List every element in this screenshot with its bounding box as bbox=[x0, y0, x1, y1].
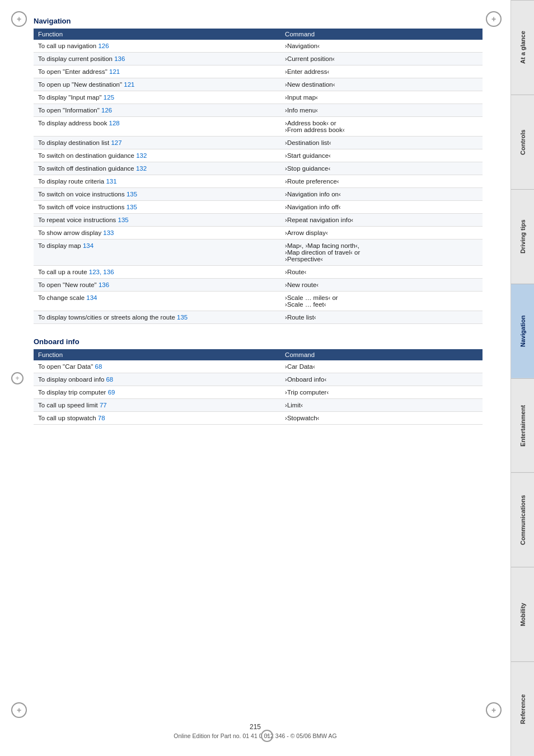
onboard-command-cell: ›Stopwatch‹ bbox=[280, 412, 483, 425]
side-marker-left: + bbox=[11, 372, 24, 384]
page-link[interactable]: 135 bbox=[127, 191, 137, 198]
nav-function-cell: To switch on destination guidance 132 bbox=[34, 149, 280, 162]
page-link[interactable]: 136 bbox=[99, 281, 109, 288]
nav-command-cell: ›Navigation info on‹ bbox=[280, 188, 483, 201]
nav-function-cell: To display "Input map" 125 bbox=[34, 91, 280, 104]
nav-command-cell: ›Info menu‹ bbox=[280, 104, 483, 117]
nav-function-cell: To display address book 128 bbox=[34, 117, 280, 137]
nav-table-row: To display route criteria 131›Route pref… bbox=[34, 175, 483, 188]
navigation-table: Function Command To call up navigation 1… bbox=[34, 29, 483, 324]
page-link[interactable]: 131 bbox=[106, 178, 116, 185]
page-link[interactable]: 127 bbox=[111, 139, 121, 146]
onboard-table-row: To display trip computer 69›Trip compute… bbox=[34, 386, 483, 399]
nav-command-cell: ›Stop guidance‹ bbox=[280, 162, 483, 175]
onboard-section-title: Onboard info bbox=[34, 337, 483, 346]
page-link[interactable]: 123, 136 bbox=[89, 269, 114, 275]
nav-function-cell: To display map 134 bbox=[34, 240, 280, 266]
nav-table-row: To display "Input map" 125›Input map‹ bbox=[34, 91, 483, 104]
navigation-section-title: Navigation bbox=[34, 17, 483, 25]
onboard-col-command: Command bbox=[280, 349, 483, 360]
sidebar-tab-at-a-glance[interactable]: At a glance bbox=[511, 0, 534, 95]
sidebar-tab-navigation[interactable]: Navigation bbox=[511, 284, 534, 378]
page-link[interactable]: 125 bbox=[104, 94, 114, 101]
nav-function-cell: To open "Enter address" 121 bbox=[34, 65, 280, 78]
page-link[interactable]: 136 bbox=[114, 55, 125, 62]
footer: 215 Online Edition for Part no. 01 41 0 … bbox=[0, 723, 510, 739]
onboard-command-cell: ›Trip computer‹ bbox=[280, 386, 483, 399]
nav-function-cell: To display current position 136 bbox=[34, 53, 280, 65]
nav-function-cell: To show arrow display 133 bbox=[34, 227, 280, 240]
sidebar-tab-driving-tips[interactable]: Driving tips bbox=[511, 189, 534, 284]
onboard-col-function: Function bbox=[34, 349, 280, 360]
nav-col-command: Command bbox=[280, 29, 483, 40]
nav-command-cell: ›Route list‹ bbox=[280, 311, 483, 324]
nav-command-cell: ›New route‹ bbox=[280, 279, 483, 292]
nav-command-cell: ›Route‹ bbox=[280, 266, 483, 279]
nav-table-row: To change scale 134›Scale … miles‹ or ›S… bbox=[34, 292, 483, 311]
nav-table-row: To open "Information" 126›Info menu‹ bbox=[34, 104, 483, 117]
nav-command-cell: ›Map‹, ›Map facing north‹, ›Map directio… bbox=[280, 240, 483, 266]
nav-function-cell: To switch off voice instructions 135 bbox=[34, 201, 280, 214]
page-link[interactable]: 133 bbox=[103, 229, 114, 236]
onboard-command-cell: ›Limit‹ bbox=[280, 399, 483, 412]
nav-command-cell: ›Route preference‹ bbox=[280, 175, 483, 188]
nav-table-row: To call up a route 123, 136›Route‹ bbox=[34, 266, 483, 279]
nav-table-row: To open "New route" 136›New route‹ bbox=[34, 279, 483, 292]
onboard-table-row: To open "Car Data" 68›Car Data‹ bbox=[34, 360, 483, 373]
nav-command-cell: ›Start guidance‹ bbox=[280, 149, 483, 162]
nav-command-cell: ›Scale … miles‹ or ›Scale … feet‹ bbox=[280, 292, 483, 311]
nav-command-cell: ›Input map‹ bbox=[280, 91, 483, 104]
nav-function-cell: To switch off destination guidance 132 bbox=[34, 162, 280, 175]
page-link[interactable]: 121 bbox=[109, 68, 120, 75]
nav-command-cell: ›Arrow display‹ bbox=[280, 227, 483, 240]
nav-command-cell: ›New destination‹ bbox=[280, 78, 483, 91]
nav-command-cell: ›Navigation info off‹ bbox=[280, 201, 483, 214]
page-link[interactable]: 126 bbox=[101, 107, 112, 114]
page-link[interactable]: 135 bbox=[127, 204, 137, 210]
corner-decoration-bl bbox=[11, 702, 31, 722]
page-link[interactable]: 132 bbox=[136, 165, 147, 172]
page-link[interactable]: 77 bbox=[100, 402, 107, 408]
nav-function-cell: To open "New route" 136 bbox=[34, 279, 280, 292]
onboard-function-cell: To display trip computer 69 bbox=[34, 386, 280, 399]
nav-function-cell: To repeat voice instructions 135 bbox=[34, 214, 280, 227]
nav-table-row: To open up "New destination" 121›New des… bbox=[34, 78, 483, 91]
main-content: Navigation Function Command To call up n… bbox=[0, 0, 510, 461]
page-link[interactable]: 128 bbox=[109, 120, 120, 126]
nav-table-row: To switch off voice instructions 135›Nav… bbox=[34, 201, 483, 214]
onboard-function-cell: To call up stopwatch 78 bbox=[34, 412, 280, 425]
sidebar-tab-communications[interactable]: Communications bbox=[511, 472, 534, 567]
page-link[interactable]: 68 bbox=[95, 363, 102, 370]
onboard-table-row: To display onboard info 68›Onboard info‹ bbox=[34, 373, 483, 386]
page-link[interactable]: 126 bbox=[98, 43, 109, 49]
nav-command-cell: ›Destination list‹ bbox=[280, 137, 483, 149]
nav-table-row: To display map 134›Map‹, ›Map facing nor… bbox=[34, 240, 483, 266]
page-link[interactable]: 132 bbox=[136, 152, 147, 159]
nav-function-cell: To switch on voice instructions 135 bbox=[34, 188, 280, 201]
onboard-command-cell: ›Car Data‹ bbox=[280, 360, 483, 373]
nav-col-function: Function bbox=[34, 29, 280, 40]
page-link[interactable]: 135 bbox=[118, 217, 129, 223]
page-link[interactable]: 134 bbox=[86, 294, 97, 301]
page-link[interactable]: 78 bbox=[98, 415, 105, 421]
sidebar-tab-reference[interactable]: Reference bbox=[511, 661, 534, 756]
sidebar-tab-controls[interactable]: Controls bbox=[511, 95, 534, 189]
page-link[interactable]: 68 bbox=[106, 376, 113, 383]
onboard-table-row: To call up stopwatch 78›Stopwatch‹ bbox=[34, 412, 483, 425]
nav-function-cell: To call up a route 123, 136 bbox=[34, 266, 280, 279]
sidebar-tab-entertainment[interactable]: Entertainment bbox=[511, 378, 534, 473]
nav-table-row: To repeat voice instructions 135›Repeat … bbox=[34, 214, 483, 227]
page-link[interactable]: 121 bbox=[124, 81, 134, 88]
sidebar-tab-mobility[interactable]: Mobility bbox=[511, 567, 534, 661]
bottom-center-marker: + bbox=[261, 730, 273, 742]
nav-function-cell: To call up navigation 126 bbox=[34, 40, 280, 53]
nav-command-cell: ›Navigation‹ bbox=[280, 40, 483, 53]
nav-command-cell: ›Enter address‹ bbox=[280, 65, 483, 78]
nav-table-row: To switch on voice instructions 135›Navi… bbox=[34, 188, 483, 201]
page-link[interactable]: 69 bbox=[108, 389, 115, 396]
onboard-function-cell: To call up speed limit 77 bbox=[34, 399, 280, 412]
onboard-table: Function Command To open "Car Data" 68›C… bbox=[34, 349, 483, 425]
page-number: 215 bbox=[0, 723, 510, 731]
page-link[interactable]: 134 bbox=[83, 242, 93, 249]
page-link[interactable]: 135 bbox=[177, 314, 188, 321]
